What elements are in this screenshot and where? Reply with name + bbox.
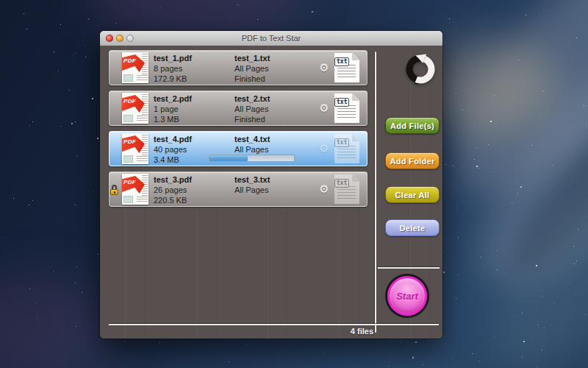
title-bar[interactable]: PDF to Text Star bbox=[100, 31, 442, 46]
gear-settings-icon[interactable]: ⚙ bbox=[318, 102, 331, 115]
pdf-file-size: 172.9 KB bbox=[154, 74, 192, 84]
pdf-label: PDF bbox=[123, 98, 136, 105]
txt-thumbnail-icon: txt bbox=[334, 53, 359, 82]
txt-page-fold bbox=[352, 174, 359, 182]
pdf-label: PDF bbox=[123, 57, 136, 64]
output-info-column: test_1.txt All Pages Finished bbox=[234, 53, 270, 84]
gear-settings-icon[interactable]: ⚙ bbox=[318, 183, 331, 196]
source-info-column: test_1.pdf 8 pages 172.9 KB bbox=[154, 53, 192, 84]
pdf-label: PDF bbox=[123, 138, 136, 145]
pdf-file-size: 1.3 MB bbox=[154, 114, 192, 124]
txt-thumbnail-icon: txt bbox=[334, 134, 359, 163]
pdf-thumb-text-lines bbox=[137, 75, 148, 82]
star-field-bright bbox=[0, 0, 1, 1]
progress-bar bbox=[209, 155, 295, 162]
pdf-thumbnail-icon: PDF bbox=[122, 133, 148, 164]
pdf-page-count: 8 pages bbox=[154, 63, 192, 74]
file-row[interactable]: PDF test_2.pdf 1 page 1.3 MB test_2.txt … bbox=[109, 91, 368, 126]
file-row[interactable]: PDF test_1.pdf 8 pages 172.9 KB test_1.t… bbox=[109, 50, 368, 85]
pdf-thumb-image-block bbox=[123, 115, 133, 122]
file-list: PDF test_1.pdf 8 pages 172.9 KB test_1.t… bbox=[109, 50, 368, 212]
txt-badge: txt bbox=[334, 57, 349, 66]
file-count-label: 4 files bbox=[318, 327, 373, 336]
source-info-column: test_4.pdf 40 pages 3.4 MB bbox=[154, 134, 192, 165]
lock-body bbox=[110, 189, 118, 195]
add-files-button[interactable]: Add File(s) bbox=[385, 117, 440, 134]
txt-text-lines bbox=[337, 65, 356, 79]
txt-text-lines bbox=[337, 105, 356, 120]
pdf-thumb-text-lines bbox=[137, 156, 148, 163]
source-info-column: test_3.pdf 26 pages 220.5 KB bbox=[154, 174, 192, 205]
txt-badge: txt bbox=[334, 179, 349, 188]
page-range: All Pages bbox=[234, 104, 270, 114]
pdf-filename: test_3.pdf bbox=[154, 174, 192, 185]
page-range: All Pages bbox=[234, 144, 270, 155]
txt-filename: test_1.txt bbox=[234, 53, 270, 63]
lock-icon bbox=[110, 185, 119, 196]
page-range: All Pages bbox=[234, 63, 270, 74]
output-info-column: test_2.txt All Pages Finished bbox=[234, 93, 270, 124]
start-area-separator bbox=[378, 267, 440, 269]
progress-bar-fill bbox=[209, 155, 248, 161]
source-info-column: test_2.pdf 1 page 1.3 MB bbox=[154, 93, 192, 124]
pdf-file-size: 3.4 MB bbox=[154, 155, 192, 165]
pdf-thumb-text-lines bbox=[137, 197, 148, 203]
conversion-status: Finished bbox=[234, 114, 270, 124]
txt-filename: test_2.txt bbox=[234, 93, 270, 104]
window-content: PDF test_1.pdf 8 pages 172.9 KB test_1.t… bbox=[100, 46, 442, 339]
conversion-status: Finished bbox=[234, 74, 270, 84]
start-button-label: Start bbox=[396, 291, 418, 302]
page-range: All Pages bbox=[234, 185, 270, 195]
window-title: PDF to Text Star bbox=[100, 34, 442, 43]
add-folder-button[interactable]: Add Folder bbox=[385, 152, 440, 169]
txt-filename: test_4.txt bbox=[234, 134, 270, 144]
pdf-thumb-image-block bbox=[123, 74, 133, 82]
txt-filename: test_3.txt bbox=[234, 174, 270, 185]
pdf-filename: test_4.pdf bbox=[154, 134, 192, 144]
txt-page-fold bbox=[352, 53, 359, 60]
txt-page-fold bbox=[352, 93, 359, 101]
pdf-filename: test_2.pdf bbox=[154, 93, 192, 104]
txt-text-lines bbox=[337, 146, 356, 160]
gear-settings-icon[interactable]: ⚙ bbox=[318, 61, 331, 74]
txt-text-lines bbox=[337, 186, 356, 201]
output-info-column: test_3.txt All Pages bbox=[234, 174, 270, 195]
file-row[interactable]: PDF test_3.pdf 26 pages 220.5 KB test_3.… bbox=[109, 171, 368, 207]
txt-badge: txt bbox=[334, 98, 349, 107]
pdf-file-size: 220.5 KB bbox=[154, 195, 192, 205]
txt-badge: txt bbox=[334, 138, 349, 147]
pdf-page-count: 1 page bbox=[154, 104, 192, 114]
pdf-thumbnail-icon: PDF bbox=[122, 174, 148, 205]
txt-thumbnail-icon: txt bbox=[334, 174, 359, 204]
pdf-filename: test_1.pdf bbox=[154, 53, 192, 63]
pdf-page-count: 40 pages bbox=[154, 144, 192, 155]
pdf-label: PDF bbox=[123, 179, 136, 185]
output-info-column: test_4.txt All Pages bbox=[234, 134, 270, 155]
start-button[interactable]: Start bbox=[387, 276, 427, 316]
app-window: PDF to Text Star PDF test_1.pdf 8 pages … bbox=[100, 31, 442, 339]
pdf-thumb-image-block bbox=[123, 155, 133, 163]
file-row[interactable]: PDF test_4.pdf 40 pages 3.4 MB test_4.tx… bbox=[109, 131, 368, 166]
txt-thumbnail-icon: txt bbox=[334, 93, 359, 123]
clear-all-button[interactable]: Clear All bbox=[385, 186, 440, 203]
vertical-separator bbox=[375, 52, 376, 333]
pdf-page-count: 26 pages bbox=[154, 185, 192, 195]
gear-settings-icon[interactable]: ⚙ bbox=[318, 142, 331, 155]
delete-button[interactable]: Delete bbox=[385, 219, 440, 236]
pdf-thumbnail-icon: PDF bbox=[122, 52, 148, 83]
txt-page-fold bbox=[352, 134, 359, 141]
statusbar-separator bbox=[109, 324, 439, 325]
app-logo-sync-icon bbox=[403, 52, 438, 87]
pdf-thumbnail-icon: PDF bbox=[122, 93, 148, 124]
pdf-thumb-image-block bbox=[123, 196, 133, 203]
pdf-thumb-text-lines bbox=[137, 116, 148, 122]
